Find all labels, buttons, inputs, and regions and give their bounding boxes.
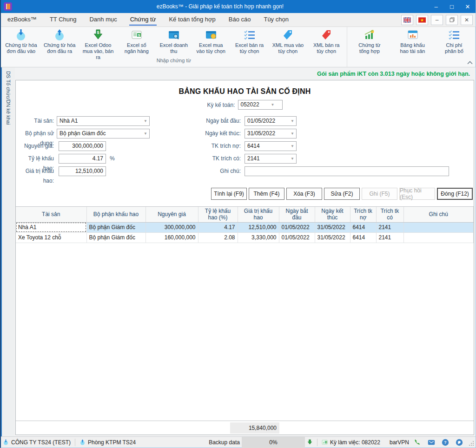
- window-close-button[interactable]: ✕: [460, 0, 476, 13]
- help-icon[interactable]: ?: [442, 439, 449, 446]
- toolbar-excel-ban-ra-tuy-chon[interactable]: Excel bán ra tùy chọn: [230, 27, 269, 54]
- col-gia-tri-khau-hao[interactable]: Giá trị khấu hao: [238, 207, 279, 222]
- note-input[interactable]: [245, 166, 449, 176]
- start-date-label: Ngày bắt đầu:: [183, 116, 241, 126]
- col-ghi-chu[interactable]: Ghi chú: [403, 207, 474, 222]
- toolbar-xml-mua-vao-tuy-chon[interactable]: XML mua vào tùy chọn: [269, 27, 307, 54]
- window-coin-icon: [205, 29, 217, 41]
- document-minimize-button[interactable]: –: [431, 15, 443, 25]
- table-row[interactable]: Nhà A1 Bộ phận Giám đốc 300,000,000 4.17…: [16, 222, 474, 232]
- total-depreciation-value: 15,840,000: [230, 422, 279, 434]
- backup-data-label: Backup data: [207, 439, 242, 446]
- menu-bao-cao[interactable]: Báo cáo: [222, 13, 258, 27]
- side-tab-ds-to-chuc[interactable]: DS Tổ chức/DN kê khai: [6, 67, 11, 125]
- restore-button[interactable]: Phục hồi (Esc): [399, 188, 435, 200]
- menu-ke-toan-tong-hop[interactable]: Kế toán tổng hợp: [162, 13, 222, 27]
- language-english-button[interactable]: [401, 15, 413, 25]
- chat-icon[interactable]: [456, 439, 463, 446]
- accounting-period-row: Kỳ kế toán: 052022 ▼: [16, 100, 474, 110]
- edit-button[interactable]: Sửa (F2): [324, 188, 360, 200]
- status-department[interactable]: Phòng KTPM TS24: [78, 439, 138, 446]
- toolbar-excel-odoo-mua-vao-ban-ra[interactable]: $ Excel Odoo mua vào, bán ra: [79, 27, 118, 60]
- menu-chung-tu[interactable]: Chứng từ: [124, 13, 163, 27]
- end-date-combobox[interactable]: 31/05/2022▼: [245, 129, 297, 138]
- close-button[interactable]: Đóng (F12): [437, 188, 473, 200]
- depreciation-value-input[interactable]: 12,510,000: [59, 166, 106, 176]
- menu-danh-muc[interactable]: Danh mục: [83, 13, 123, 27]
- toolbar-chung-tu-hoa-don-dau-ra[interactable]: Chứng từ hóa đơn đầu ra: [40, 27, 79, 54]
- table-row[interactable]: Xe Toyota 12 chỗ Bộ phận Giám đốc 160,00…: [16, 232, 474, 243]
- status-company[interactable]: CÔNG TY TS24 (TEST): [1, 439, 73, 446]
- menu-tuy-chon[interactable]: Tùy chọn: [257, 13, 295, 27]
- window-search-icon: [168, 29, 180, 41]
- asset-combobox[interactable]: Nhà A1▼: [57, 116, 150, 126]
- svg-text:$: $: [97, 30, 99, 35]
- grid-empty-area: [16, 243, 474, 421]
- title-bar: ezBooks™ - Giải pháp kế toán tích hợp nh…: [1, 0, 476, 13]
- credit-account-label: TK trích có:: [183, 154, 241, 164]
- depreciation-rate-input[interactable]: 4.17: [59, 154, 106, 164]
- toolbar-chi-phi-phan-bo[interactable]: Chi phí phân bổ: [434, 27, 474, 54]
- toolbar-xml-ban-ra-tuy-chon[interactable]: XML bán ra tùy chọn: [307, 27, 346, 54]
- chart-growth-icon: [364, 29, 376, 41]
- ribbon-group-label: Nhập chứng từ: [2, 58, 346, 66]
- app-logo-icon: [4, 2, 12, 11]
- vpn-label[interactable]: barVPN: [388, 439, 411, 446]
- window-title: ezBooks™ - Giải pháp kế toán tích hợp nh…: [12, 3, 428, 10]
- language-vietnamese-button[interactable]: [416, 15, 428, 25]
- toolbar-chung-tu-tong-hop[interactable]: Chứng từ tổng hợp: [348, 27, 391, 54]
- depreciation-value-label: Giá trị khấu hao:: [18, 166, 54, 186]
- document-restore-button[interactable]: [446, 15, 458, 25]
- credit-account-combobox[interactable]: 2141▼: [245, 154, 297, 164]
- working-period[interactable]: ≡ $ Kỳ làm việc: 082022: [320, 439, 382, 446]
- percent-suffix: %: [110, 154, 115, 164]
- ribbon-collapse-button[interactable]: [467, 59, 473, 66]
- save-button[interactable]: Ghi (F5): [362, 188, 397, 200]
- col-tai-san[interactable]: Tài sản: [16, 207, 86, 222]
- col-trich-tk-no[interactable]: Trích tk nợ: [350, 207, 376, 222]
- restore-icon: [450, 17, 455, 22]
- accounting-period-combobox[interactable]: 052022 ▼: [238, 100, 283, 110]
- window-maximize-button[interactable]: □: [444, 0, 460, 13]
- document-close-button[interactable]: ✕: [461, 15, 473, 25]
- toolbar-excel-so-ngan-hang[interactable]: $ Excel sổ ngân hàng: [117, 27, 156, 54]
- depreciation-panel: BẢNG KHẤU HAO TÀI SẢN CỐ ĐỊNH Kỳ kế toán…: [15, 80, 474, 435]
- chevron-down-icon: ▼: [291, 117, 294, 125]
- phone-icon[interactable]: [414, 439, 421, 446]
- menu-ezbooks[interactable]: ezBooks™: [1, 13, 43, 27]
- col-ngay-ket-thuc[interactable]: Ngày kết thúc: [315, 207, 350, 222]
- menu-tt-chung[interactable]: TT Chung: [43, 13, 83, 27]
- chevron-down-icon: ▼: [271, 100, 275, 109]
- chevron-down-icon: ▼: [144, 117, 147, 125]
- chevron-down-icon: ▼: [291, 129, 294, 138]
- window-minimize-button[interactable]: –: [428, 0, 444, 13]
- resize-grip[interactable]: [469, 441, 474, 448]
- department-combobox[interactable]: Bộ phận Giám đốc▼: [57, 129, 150, 138]
- toolbar-excel-mua-vao-tuy-chon[interactable]: Excel mua vào tùy chọn: [192, 27, 230, 54]
- col-ty-le-khau-hao[interactable]: Tỷ lệ khấu hao (%): [198, 207, 238, 222]
- start-date-combobox[interactable]: 01/05/2022▼: [245, 116, 297, 126]
- col-trich-tk-co[interactable]: Trích tk có: [376, 207, 403, 222]
- chevron-up-icon: [467, 61, 473, 65]
- recalculate-button[interactable]: Tính lại (F9): [211, 188, 247, 200]
- col-nguyen-gia[interactable]: Nguyên giá: [145, 207, 198, 222]
- toolbar-bang-khau-hao-tai-san[interactable]: Bảng khấu hao tài sản: [391, 27, 434, 54]
- delete-button[interactable]: Xóa (F3): [286, 188, 322, 200]
- toolbar-chung-tu-hoa-don-dau-vao[interactable]: Chứng từ hóa đơn đầu vào: [2, 27, 40, 54]
- original-cost-input[interactable]: 300,000,000: [59, 141, 106, 151]
- add-button[interactable]: Thêm (F4): [249, 188, 284, 200]
- debit-account-combobox[interactable]: 6414▼: [245, 141, 297, 151]
- license-notice: Gói sản phẩm iKT còn 3.013 ngày hoặc khô…: [317, 71, 470, 77]
- toolbar-excel-doanh-thu[interactable]: Excel doanh thu: [156, 27, 192, 54]
- asset-label: Tài sản:: [18, 116, 54, 126]
- vietnam-flag-icon: [418, 16, 426, 24]
- mail-icon[interactable]: [428, 439, 435, 446]
- backup-progress: 0%: [242, 437, 305, 448]
- grid-header-row: Tài sản Bộ phận khấu hao Nguyên giá Tỷ l…: [16, 207, 474, 222]
- tag-blue-icon: [282, 29, 294, 41]
- ribbon-group-2: Chứng từ tổng hợp Bảng khấu hao tài sản: [347, 27, 476, 67]
- backup-download-button[interactable]: [305, 439, 315, 445]
- chevron-down-icon: ▼: [291, 142, 294, 151]
- col-bo-phan-khau-hao[interactable]: Bộ phận khấu hao: [86, 207, 145, 222]
- col-ngay-bat-dau[interactable]: Ngày bắt đầu: [279, 207, 315, 222]
